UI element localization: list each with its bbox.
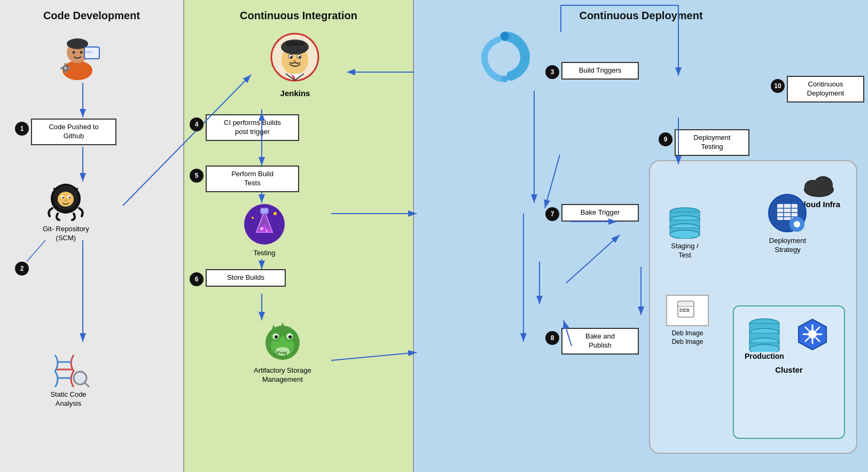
jenkins-icon-block: Jenkins [270, 32, 320, 99]
svg-point-32 [290, 56, 292, 58]
spinnaker-svg-icon [478, 31, 531, 84]
svg-text:DEB: DEB [679, 308, 690, 313]
cd-title: Continuous Deployment [414, 0, 868, 27]
section-cd: Continuous Deployment 3 Build Triggers 7… [414, 0, 868, 472]
step-8-circle: 8 [545, 331, 559, 345]
svg-rect-11 [61, 67, 63, 69]
svg-rect-82 [795, 229, 799, 232]
deployment-strategy-icon-block: Deployment Strategy [768, 193, 808, 255]
svg-text:</>: </> [85, 50, 92, 54]
svg-rect-38 [261, 208, 268, 214]
svg-rect-10 [65, 71, 67, 73]
bake-publish-label: Bake and Publish [561, 328, 639, 355]
ci-title: Continuous Integration [184, 0, 413, 27]
svg-point-94 [749, 344, 779, 352]
svg-point-71 [670, 230, 700, 239]
svg-point-42 [273, 212, 277, 215]
store-builds-label: Store Builds [206, 269, 286, 287]
kubernetes-icon-block [795, 317, 830, 352]
section-code-development: Code Development </> [0, 0, 184, 472]
static-code-analysis-icon [47, 352, 90, 387]
main-container: Code Development </> [0, 0, 868, 472]
svg-text:JFrog: JFrog [275, 350, 287, 355]
svg-point-41 [265, 230, 268, 232]
static-code-icon-block: Static Code Analysis [47, 352, 90, 408]
svg-point-43 [252, 217, 254, 219]
staging-stack-icon [666, 204, 703, 239]
svg-rect-12 [68, 67, 71, 69]
deb-file-icon: DEB [677, 300, 698, 319]
svg-line-25 [84, 382, 89, 387]
svg-point-40 [260, 227, 263, 230]
spinnaker-icon-block [478, 31, 531, 84]
step-4-circle: 4 [190, 117, 204, 131]
svg-rect-29 [286, 42, 304, 46]
svg-rect-84 [801, 223, 804, 226]
code-pushed-label: Code Pushed to Github [31, 119, 116, 145]
step-10-circle: 10 [771, 79, 785, 93]
artifactory-icon-block: JFrog Artifactory Storage Management [254, 320, 311, 384]
svg-point-50 [275, 335, 278, 339]
deployment-strategy-label: Deployment Strategy [769, 237, 806, 255]
svg-point-20 [64, 199, 67, 201]
production-icon-block: Production [745, 317, 784, 360]
bake-trigger-label: Bake Trigger [561, 204, 639, 222]
artifactory-label: Artifactory Storage Management [254, 366, 311, 384]
svg-point-4 [80, 51, 83, 54]
production-server-icon [746, 317, 783, 352]
kubernetes-helm-icon [795, 317, 830, 352]
section-ci: Continuous Integration [184, 0, 414, 472]
step-1-circle: 1 [15, 122, 29, 136]
step-2-circle: 2 [15, 262, 29, 276]
svg-rect-81 [795, 217, 799, 220]
static-code-label: Static Code Analysis [50, 390, 86, 408]
svg-rect-86 [678, 301, 694, 306]
svg-rect-9 [65, 64, 67, 66]
svg-point-19 [69, 197, 71, 199]
svg-point-51 [288, 335, 292, 339]
svg-point-58 [502, 76, 508, 82]
deb-image-block: DEB Deb Image Deb Image [666, 295, 709, 346]
svg-marker-53 [280, 322, 285, 328]
git-repo-label: Git- Repository (SCM) [43, 225, 89, 243]
testing-beaker-icon [243, 203, 286, 246]
testing-label: Testing [253, 249, 275, 258]
svg-point-8 [65, 67, 67, 69]
github-octocat-icon [44, 182, 87, 222]
production-label: Production [745, 352, 784, 360]
svg-point-80 [794, 221, 800, 227]
developer-icon-block: </> [53, 32, 101, 80]
svg-point-33 [299, 56, 301, 58]
step-3-circle: 3 [545, 65, 559, 79]
developer-svg-icon: </> [53, 32, 101, 80]
deployment-strategy-icon [768, 193, 808, 233]
jenkins-label: Jenkins [280, 88, 310, 99]
testing-icon-block: Testing [243, 203, 286, 258]
jfrog-artifactory-icon: JFrog [259, 320, 307, 363]
staging-label: Staging / Test [671, 242, 698, 260]
svg-point-57 [501, 32, 509, 41]
svg-rect-83 [789, 223, 793, 226]
step-6-circle: 6 [190, 272, 204, 286]
jenkins-svg-icon [270, 32, 320, 83]
svg-point-34 [293, 60, 296, 62]
ci-performs-label: CI performs Builds post trigger [206, 114, 299, 141]
code-dev-title: Code Development [0, 0, 183, 27]
cluster-title-label: Cluster [734, 365, 844, 374]
svg-point-64 [814, 177, 832, 192]
staging-icon-block: Staging / Test [666, 204, 703, 260]
git-repo-icon-block: Git- Repository (SCM) [43, 182, 89, 243]
continuous-deployment-box: Continuous Deployment [787, 76, 864, 103]
perform-build-tests-label: Perform Build Tests [206, 166, 299, 192]
svg-point-18 [62, 197, 64, 199]
step-5-circle: 5 [190, 169, 204, 183]
deb-image-label: Deb Image Deb Image [666, 329, 709, 346]
cloud-infra-box: Cloud Infra Staging / Test [649, 160, 857, 454]
cluster-box: Production [733, 305, 845, 439]
svg-point-3 [73, 51, 75, 54]
deployment-testing-label: Deployment Testing [675, 129, 749, 156]
step-7-circle: 7 [545, 207, 559, 221]
svg-point-96 [808, 330, 817, 339]
build-triggers-label: Build Triggers [561, 62, 639, 80]
step-9-circle: 9 [659, 132, 672, 146]
